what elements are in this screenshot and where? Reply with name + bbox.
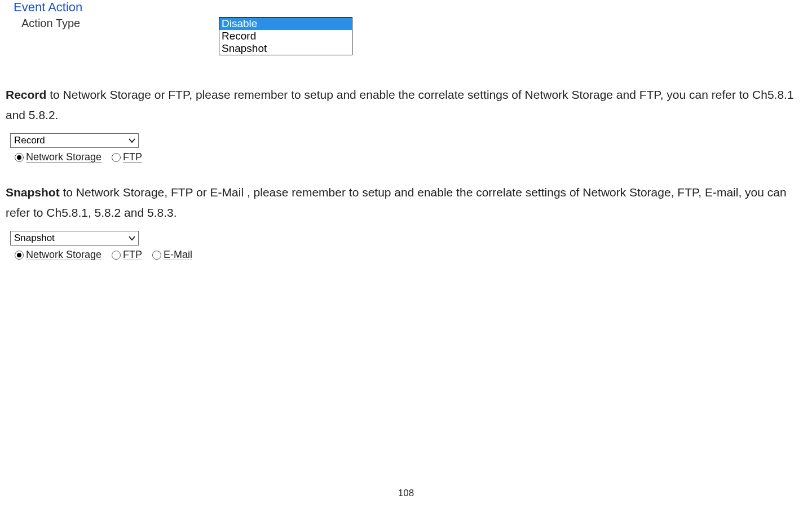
chevron-down-icon (128, 137, 136, 144)
snapshot-paragraph: Snapshot to Network Storage, FTP or E-Ma… (6, 182, 801, 223)
record-radio-group: Network Storage FTP (15, 151, 806, 163)
snapshot-radio-network-storage[interactable]: Network Storage (15, 249, 102, 261)
snapshot-select-value: Snapshot (14, 233, 55, 244)
radio-icon (15, 153, 24, 162)
radio-icon (112, 251, 121, 260)
record-bold: Record (6, 88, 46, 101)
snapshot-text: to Network Storage, FTP or E-Mail , plea… (6, 186, 787, 219)
action-type-option-snapshot[interactable]: Snapshot (219, 42, 352, 55)
event-action-heading: Event Action (14, 0, 806, 15)
radio-icon (15, 251, 24, 260)
snapshot-select[interactable]: Snapshot (10, 231, 139, 246)
snapshot-radio-group: Network Storage FTP E-Mail (15, 249, 806, 261)
record-text: to Network Storage or FTP, please rememb… (6, 88, 794, 121)
radio-icon (152, 251, 161, 260)
radio-label: FTP (123, 151, 142, 163)
radio-icon (112, 153, 121, 162)
radio-label: Network Storage (26, 249, 102, 261)
snapshot-radio-ftp[interactable]: FTP (112, 249, 142, 261)
radio-label: FTP (123, 249, 142, 261)
snapshot-radio-email[interactable]: E-Mail (152, 249, 192, 261)
chevron-down-icon (128, 234, 136, 242)
radio-label: E-Mail (164, 249, 192, 261)
record-select[interactable]: Record (10, 133, 139, 148)
radio-label: Network Storage (26, 151, 102, 163)
page-number: 108 (0, 488, 812, 499)
snapshot-bold: Snapshot (6, 186, 60, 199)
action-type-listbox[interactable]: Disable Record Snapshot (219, 17, 352, 55)
record-radio-network-storage[interactable]: Network Storage (15, 151, 102, 163)
action-type-option-disable[interactable]: Disable (219, 17, 352, 30)
action-type-label: Action Type (21, 17, 219, 30)
record-radio-ftp[interactable]: FTP (112, 151, 142, 163)
action-type-option-record[interactable]: Record (219, 30, 352, 42)
record-select-value: Record (14, 135, 45, 146)
record-paragraph: Record to Network Storage or FTP, please… (6, 85, 801, 125)
